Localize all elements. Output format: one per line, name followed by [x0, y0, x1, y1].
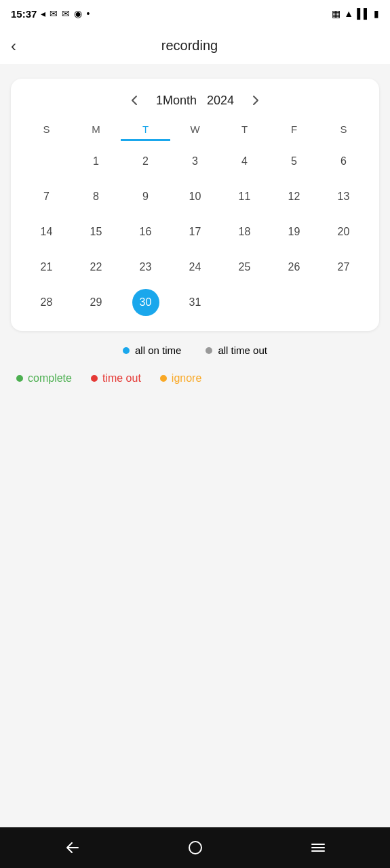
- bottom-navigation: [0, 827, 390, 868]
- calendar-day-3[interactable]: 3: [170, 144, 220, 179]
- calendar-day-2[interactable]: 2: [121, 144, 170, 179]
- timeout-dot: [91, 375, 98, 382]
- on-time-label: all on time: [135, 344, 181, 356]
- calendar-day-7[interactable]: 7: [22, 179, 71, 214]
- dow-saturday: S: [319, 119, 368, 141]
- status-bar: 15:37 ◂ ✉ ✉ ◉ • ▦ ▲ ▌▌ ▮: [0, 0, 390, 27]
- time-out-dot: [206, 347, 212, 354]
- calendar-day-empty-4-5: [269, 285, 319, 320]
- status-legend: complete time out ignore: [11, 372, 379, 384]
- location-icon: ◂: [41, 8, 45, 19]
- ignore-label: ignore: [172, 372, 201, 384]
- dow-monday: M: [71, 119, 121, 141]
- calendar-day-empty-4-6: [319, 285, 368, 320]
- calendar-day-16[interactable]: 16: [121, 214, 170, 250]
- help-icon: ◉: [74, 8, 82, 19]
- calendar-day-30[interactable]: 30: [121, 285, 170, 320]
- calendar-day-20[interactable]: 20: [319, 214, 368, 250]
- calendar-day-21[interactable]: 21: [22, 250, 71, 285]
- nav-back-button[interactable]: [56, 831, 89, 864]
- calendar-day-18[interactable]: 18: [220, 214, 269, 250]
- calendar-day-empty-4-4: [220, 285, 269, 320]
- calendar-day-27[interactable]: 27: [319, 250, 368, 285]
- complete-dot: [16, 375, 23, 382]
- back-button[interactable]: ‹: [11, 37, 16, 56]
- legend-ignore: ignore: [160, 372, 201, 384]
- main-content: 1Month 2024 S M T W T F S 12345678910111…: [0, 65, 390, 827]
- legend-all-on-time: all on time: [123, 344, 181, 356]
- calendar-day-5[interactable]: 5: [269, 144, 319, 179]
- dow-sunday: S: [22, 119, 71, 141]
- dow-friday: F: [269, 119, 319, 141]
- calendar-day-8[interactable]: 8: [71, 179, 121, 214]
- dow-tuesday: T: [121, 119, 170, 141]
- ignore-dot: [160, 375, 167, 382]
- legend-all-time-out: all time out: [206, 344, 267, 356]
- calendar-day-24[interactable]: 24: [170, 250, 220, 285]
- calendar-day-19[interactable]: 19: [269, 214, 319, 250]
- calendar-day-1[interactable]: 1: [71, 144, 121, 179]
- calendar-grid: 1234567891011121314151617181920212223242…: [22, 144, 368, 320]
- status-time: 15:37: [11, 8, 37, 20]
- status-bar-left: 15:37 ◂ ✉ ✉ ◉ •: [11, 8, 90, 20]
- mail-icon: ✉: [50, 8, 58, 19]
- status-bar-right: ▦ ▲ ▌▌ ▮: [332, 8, 379, 19]
- complete-label: complete: [28, 372, 72, 384]
- calendar-day-29[interactable]: 29: [71, 285, 121, 320]
- calendar-card: 1Month 2024 S M T W T F S 12345678910111…: [11, 79, 379, 331]
- timeout-label: time out: [102, 372, 141, 384]
- month-text: 1Month: [156, 94, 197, 107]
- next-month-button[interactable]: [245, 90, 267, 111]
- svg-point-0: [189, 842, 201, 854]
- dow-thursday: T: [220, 119, 269, 141]
- calendar-day-13[interactable]: 13: [319, 179, 368, 214]
- calendar-day-15[interactable]: 15: [71, 214, 121, 250]
- page-title: recording: [27, 38, 352, 54]
- calendar-day-26[interactable]: 26: [269, 250, 319, 285]
- time-out-label: all time out: [218, 344, 267, 356]
- calendar-day-10[interactable]: 10: [170, 179, 220, 214]
- vibrate-icon: ▦: [332, 8, 340, 19]
- calendar-day-9[interactable]: 9: [121, 179, 170, 214]
- days-of-week: S M T W T F S: [22, 119, 368, 141]
- calendar-day-17[interactable]: 17: [170, 214, 220, 250]
- calendar-day-12[interactable]: 12: [269, 179, 319, 214]
- dot-icon: •: [86, 8, 90, 19]
- signal-icon: ▌▌: [357, 8, 370, 19]
- calendar-month-label: 1Month 2024: [156, 94, 234, 108]
- year-text: 2024: [207, 94, 234, 107]
- calendar-day-25[interactable]: 25: [220, 250, 269, 285]
- calendar-day-6[interactable]: 6: [319, 144, 368, 179]
- calendar-day-22[interactable]: 22: [71, 250, 121, 285]
- mail2-icon: ✉: [62, 8, 70, 19]
- legend-complete: complete: [16, 372, 72, 384]
- app-header: ‹ recording: [0, 27, 390, 65]
- calendar-day-empty-0-0: [22, 144, 71, 179]
- battery-icon: ▮: [374, 8, 379, 19]
- calendar-day-23[interactable]: 23: [121, 250, 170, 285]
- nav-home-button[interactable]: [179, 831, 212, 864]
- nav-menu-button[interactable]: [302, 831, 334, 864]
- calendar-day-4[interactable]: 4: [220, 144, 269, 179]
- calendar-header: 1Month 2024: [22, 90, 368, 111]
- calendar-day-31[interactable]: 31: [170, 285, 220, 320]
- calendar-day-28[interactable]: 28: [22, 285, 71, 320]
- calendar-day-11[interactable]: 11: [220, 179, 269, 214]
- dow-wednesday: W: [170, 119, 220, 141]
- calendar-legend: all on time all time out: [11, 344, 379, 356]
- prev-month-button[interactable]: [123, 90, 145, 111]
- wifi-icon: ▲: [344, 8, 353, 19]
- calendar-day-14[interactable]: 14: [22, 214, 71, 250]
- legend-time-out: time out: [91, 372, 141, 384]
- on-time-dot: [123, 347, 130, 354]
